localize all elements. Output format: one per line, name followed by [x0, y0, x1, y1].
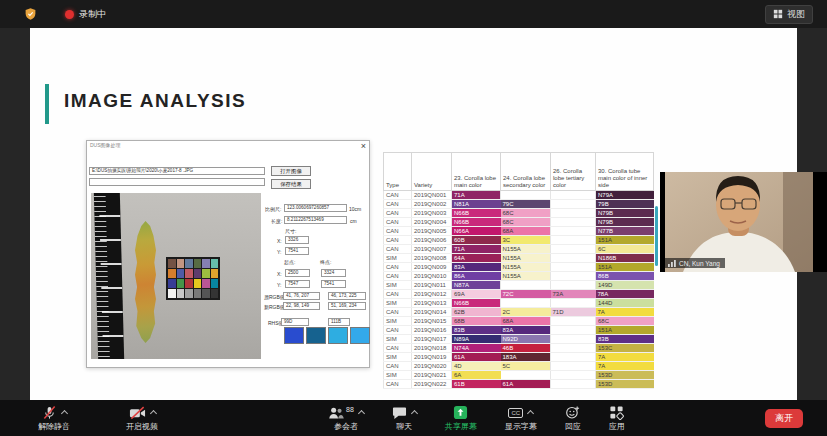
- checker-patch: [168, 269, 176, 278]
- color-cell-c23: 61B: [452, 380, 501, 389]
- checker-patch: [211, 279, 219, 288]
- checker-patch: [168, 289, 176, 298]
- type-cell: CAN: [384, 236, 412, 245]
- color-cell-c23: 68B: [452, 317, 501, 326]
- table-row: CAN2019QN01086AN155A86B: [384, 272, 654, 281]
- table-row: CAN2019QN018N74A46B153C: [384, 344, 654, 353]
- checker-patch: [194, 279, 202, 288]
- scroll-indicator[interactable]: [655, 206, 658, 266]
- webcam-panel[interactable]: CN, Kun Yang: [660, 172, 827, 272]
- color-cell-c24: N155A: [501, 245, 551, 254]
- participants-button[interactable]: 88 参会者: [322, 400, 370, 436]
- table-header-row: Type Variety 23. Corolla lobe main color…: [384, 153, 654, 191]
- size-label: 尺寸:: [285, 228, 296, 234]
- color-cell-c23: 6A: [452, 371, 501, 380]
- share-screen-icon: [453, 405, 468, 420]
- color-cell-c24: 79C: [501, 200, 551, 209]
- unmute-button[interactable]: 解除静音: [32, 400, 76, 436]
- table-row: CAN2019QN005N66A68AN77B: [384, 227, 654, 236]
- chat-chevron[interactable]: [411, 410, 418, 417]
- color-cell-c24: 68C: [501, 218, 551, 227]
- color-cell-c26: 73A: [551, 290, 596, 299]
- checker-patch: [177, 289, 185, 298]
- color-cell-c26: [551, 299, 596, 308]
- color-cell-c26: [551, 218, 596, 227]
- rgb-new-2-input[interactable]: 51, 169, 234: [328, 302, 366, 310]
- rgb-swatch-4: [350, 327, 370, 344]
- share-screen-button[interactable]: 共享屏幕: [439, 400, 483, 436]
- checker-patch: [194, 259, 202, 268]
- variety-cell: 2019QN003: [412, 209, 452, 218]
- captions-chevron[interactable]: [527, 410, 534, 417]
- image-path-input-2[interactable]: [89, 178, 265, 186]
- rhs-1-input[interactable]: 99D: [281, 318, 309, 326]
- color-cell-c23: 64A: [452, 254, 501, 263]
- captions-button[interactable]: CC 显示字幕: [499, 400, 543, 436]
- apps-label: 应用: [609, 421, 625, 432]
- color-cell-c30: 7A: [596, 353, 654, 362]
- rgb-new-1-input[interactable]: 22, 98, 149: [283, 302, 320, 310]
- color-cell-c24: 68C: [501, 209, 551, 218]
- variety-cell: 2019QN007: [412, 245, 452, 254]
- size-x-input[interactable]: 3326: [285, 236, 309, 244]
- reactions-icon: [565, 405, 580, 420]
- color-cell-c30: 151A: [596, 263, 654, 272]
- type-cell: CAN: [384, 218, 412, 227]
- chat-button[interactable]: 聊天: [386, 400, 423, 436]
- scale-input[interactable]: 123.0060697260857: [284, 204, 347, 212]
- color-cell-c26: [551, 254, 596, 263]
- color-cell-c23: 86A: [452, 272, 501, 281]
- table-row: CAN2019QN00171AN79A: [384, 191, 654, 200]
- start-x-input[interactable]: 2500: [285, 269, 310, 277]
- color-cell-c30: 7A: [596, 308, 654, 317]
- mic-options-chevron[interactable]: [60, 410, 67, 417]
- rhs-2-input[interactable]: 111B: [328, 318, 350, 326]
- color-cell-c23: N66A: [452, 227, 501, 236]
- table-row: CAN2019QN01269A72C73A78A: [384, 290, 654, 299]
- color-cell-c23: 62B: [452, 308, 501, 317]
- dialog-title: DUS图像处理: [90, 142, 121, 148]
- end-y-input[interactable]: 7541: [321, 280, 346, 288]
- type-cell: CAN: [384, 245, 412, 254]
- color-cell-c23: 71A: [452, 191, 501, 200]
- checker-patch: [194, 289, 202, 298]
- start-video-button[interactable]: 开启视频: [120, 400, 164, 436]
- apps-icon: [609, 405, 624, 420]
- reactions-button[interactable]: 回应: [559, 400, 587, 436]
- close-icon[interactable]: ×: [361, 141, 366, 151]
- table-row: CAN2019QN003N66B68CN79B: [384, 209, 654, 218]
- color-cell-c24: [501, 299, 551, 308]
- video-options-chevron[interactable]: [149, 410, 156, 417]
- start-point-label: 起点:: [284, 259, 295, 265]
- participants-chevron[interactable]: [358, 410, 365, 417]
- apps-button[interactable]: 应用: [603, 400, 631, 436]
- security-shield-icon[interactable]: [24, 7, 37, 21]
- image-path-input[interactable]: E:\DUS拍摄实践\原始照片\2020\小麦2017-8 .JPG: [89, 167, 265, 175]
- leave-button[interactable]: 离开: [765, 409, 803, 428]
- color-cell-c30: N79A: [596, 191, 654, 200]
- type-cell: CAN: [384, 362, 412, 371]
- variety-cell: 2019QN002: [412, 200, 452, 209]
- open-image-button[interactable]: 打开图像: [271, 166, 311, 176]
- end-x-input[interactable]: 3324: [321, 269, 346, 277]
- color-cell-c30: 149D: [596, 281, 654, 290]
- color-cell-c24: 183A: [501, 353, 551, 362]
- save-result-button[interactable]: 保存结果: [271, 179, 311, 189]
- size-y-input[interactable]: 7541: [285, 247, 309, 255]
- view-button[interactable]: 视图: [765, 5, 813, 24]
- variety-cell: 2019QN008: [412, 254, 452, 263]
- color-cell-c23: 83A: [452, 263, 501, 272]
- view-button-label: 视图: [787, 8, 805, 21]
- checker-patch: [211, 259, 219, 268]
- meeting-toolbar: 解除静音 开启视频 88 参会者: [0, 400, 827, 436]
- length-input[interactable]: 8.2112267513469: [284, 216, 347, 224]
- rgb-orig-1-input[interactable]: 41, 76, 207: [283, 292, 320, 300]
- start-y-input[interactable]: 7547: [285, 280, 310, 288]
- color-cell-c26: [551, 380, 596, 389]
- col-header-type: Type: [384, 153, 412, 191]
- color-cell-c26: 71D: [551, 308, 596, 317]
- color-cell-c24: N92D: [501, 335, 551, 344]
- color-cell-c26: [551, 344, 596, 353]
- rgb-orig-2-input[interactable]: 46, 173, 225: [328, 292, 366, 300]
- table-row: SIM2019QN013N66B144D: [384, 299, 654, 308]
